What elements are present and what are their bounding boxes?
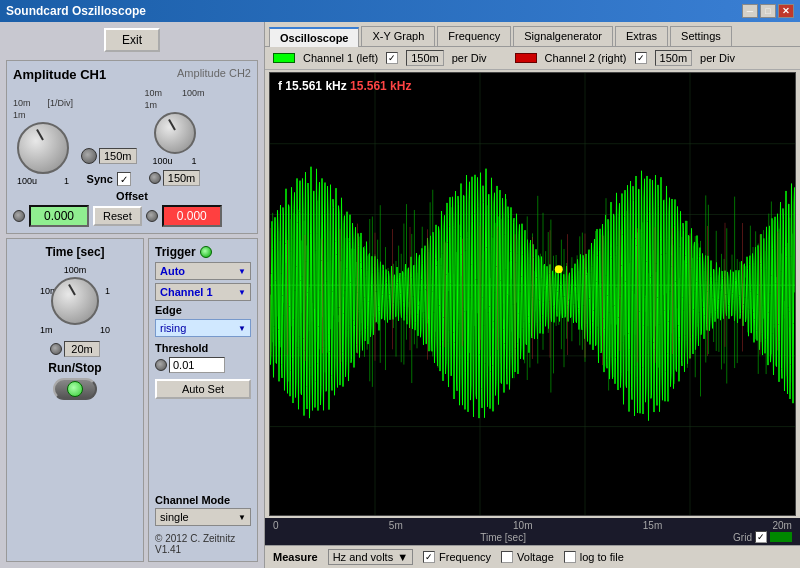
measure-arrow: ▼ [397,551,408,563]
ch2-checkbox[interactable]: ✓ [635,52,647,64]
ch1-top-label: 10m [13,98,31,108]
time-value-row: 20m [50,341,100,357]
ch2-bottom-label: 100u [153,156,173,166]
ch2-knob-top-labels: 10m 100m [145,88,205,98]
amplitude-ch1-label: Amplitude CH1 [13,67,106,82]
time-title: Time [sec] [45,245,104,259]
measure-label: Measure [273,551,318,563]
time-label-0: 0 [273,520,279,531]
window-controls: ─ □ ✕ [742,4,794,18]
exit-button[interactable]: Exit [104,28,160,52]
offset-section: Offset 0.000 Reset 0.000 [13,190,251,227]
trigger-edge-value: rising [160,322,186,334]
freq-value2: 15.561 kHz [350,79,411,93]
time-value-icon [50,343,62,355]
trigger-mode-arrow: ▼ [238,267,246,276]
voltage-checkbox[interactable] [501,551,513,563]
log-checkbox[interactable] [564,551,576,563]
reset-button[interactable]: Reset [93,206,142,226]
ch1-value-box[interactable]: 150m [99,148,137,164]
ch2-value-box[interactable]: 150m [163,170,201,186]
grid-checkbox[interactable]: ✓ [755,531,767,543]
oscilloscope-display: f 15.561 kHz 15.561 kHz [269,72,796,516]
ch2-knob-indicator [168,119,176,130]
right-panel: Oscilloscope X-Y Graph Frequency Signalg… [265,22,800,568]
maximize-button[interactable]: □ [760,4,776,18]
offset-ch1-box[interactable]: 0.000 [29,205,89,227]
close-button[interactable]: ✕ [778,4,794,18]
grid-check-area: Grid ✓ [733,531,792,543]
bottom-bar: Measure Hz and volts ▼ ✓ Frequency Volta… [265,545,800,568]
time-label-5m: 5m [389,520,403,531]
run-stop-button[interactable] [53,378,97,400]
measure-dropdown[interactable]: Hz and volts ▼ [328,549,413,565]
ch2-right-label: 100m [182,88,205,98]
trigger-mode-label: Auto [160,265,185,277]
time-knob[interactable] [51,277,99,325]
ch1-unit-label: [1/Div] [47,98,73,108]
frequency-checkbox[interactable]: ✓ [423,551,435,563]
freq-value1: 15.561 [285,79,322,93]
time-value-box[interactable]: 20m [64,341,100,357]
time-knob-area: 100m 10m 1 1m 10 [40,265,110,335]
tab-settings[interactable]: Settings [670,26,732,46]
time-axis-area: 0 5m 10m 15m 20m Time [sec] Grid ✓ [265,518,800,545]
trigger-channel-dropdown[interactable]: Channel 1 ▼ [155,283,251,301]
offset-icon-1 [13,210,25,222]
tab-extras[interactable]: Extras [615,26,668,46]
amplitude-knob-row: 10m [1/Div] 1m 100u 1 [13,88,251,186]
ch1-checkbox[interactable]: ✓ [386,52,398,64]
measure-option: Hz and volts [333,551,394,563]
tab-bar: Oscilloscope X-Y Graph Frequency Signalg… [265,22,800,47]
time-top-label: 100m [64,265,87,275]
ch1-amplitude-knob[interactable] [17,122,69,174]
amplitude-headers: Amplitude CH1 Amplitude CH2 [13,67,251,82]
ch2-left-label: 1m [145,100,158,110]
minimize-button[interactable]: ─ [742,4,758,18]
tab-signalgenerator[interactable]: Signalgenerator [513,26,613,46]
log-check-row: log to file [564,551,624,563]
ch1-color-indicator [273,53,295,63]
auto-set-button[interactable]: Auto Set [155,379,251,399]
voltage-check-label: Voltage [517,551,554,563]
ch1-knob-top-labels: 10m [1/Div] [13,98,73,108]
sync-checkbox[interactable]: ✓ [117,172,131,186]
trigger-edge-arrow: ▼ [238,324,246,333]
ch1-bar-label: Channel 1 (left) [303,52,378,64]
tab-frequency[interactable]: Frequency [437,26,511,46]
time-label-10m: 10m [513,520,532,531]
offset-row: 0.000 Reset 0.000 [13,205,251,227]
ch1-knob-side-labels: 1m [13,110,73,120]
ch1-value-icon [81,148,97,164]
ch2-bar-value[interactable]: 150m [655,50,693,66]
voltage-check-row: Voltage [501,551,554,563]
trigger-edge-dropdown[interactable]: rising ▼ [155,319,251,337]
ch1-knob-indicator [36,129,44,140]
ch1-bar-value[interactable]: 150m [406,50,444,66]
edge-label: Edge [155,304,251,316]
time-axis-labels: 0 5m 10m 15m 20m [269,520,796,531]
time-unit-row: Time [sec] Grid ✓ [269,531,796,545]
left-panel: Exit Amplitude CH1 Amplitude CH2 10m [1/… [0,22,265,568]
offset-ch2-box[interactable]: 0.000 [162,205,222,227]
tab-oscilloscope[interactable]: Oscilloscope [269,27,359,47]
ch1-value-row: 150m [81,148,137,164]
tab-xy-graph[interactable]: X-Y Graph [361,26,435,46]
ch1-per-div: per Div [452,52,487,64]
channel-mode-area: Channel Mode single ▼ [155,486,251,526]
offset-icon-2 [146,210,158,222]
ch2-knob-side-labels: 1m [145,100,205,110]
trigger-header: Trigger [155,245,251,259]
freq-prefix: f [278,79,282,93]
channel-mode-dropdown[interactable]: single ▼ [155,508,251,526]
trigger-mode-dropdown[interactable]: Auto ▼ [155,262,251,280]
ch2-amplitude-knob[interactable] [154,112,196,154]
threshold-label: Threshold [155,342,251,354]
trigger-channel-arrow: ▼ [238,288,246,297]
amplitude-ch2-label: Amplitude CH2 [177,67,251,82]
amplitude-section: Amplitude CH1 Amplitude CH2 10m [1/Div] … [6,60,258,234]
channel-mode-value: single [160,511,189,523]
sync-row: Sync ✓ [87,172,131,186]
ch2-value-row: 150m [149,170,201,186]
threshold-input[interactable] [169,357,225,373]
